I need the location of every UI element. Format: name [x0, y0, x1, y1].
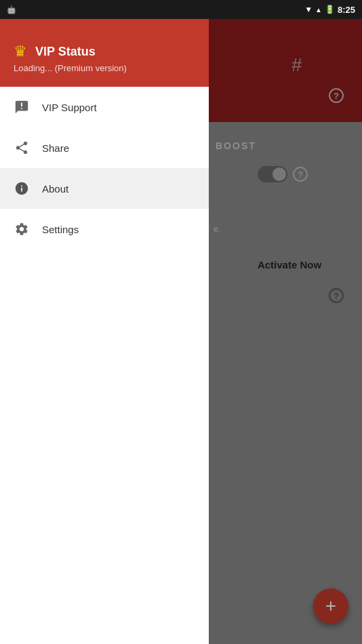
drawer-overlay[interactable] [209, 19, 362, 644]
time-display: 8:25 [338, 5, 355, 15]
drawer-subtitle: Loading... (Premium version) [14, 63, 195, 73]
vip-row: ♛ VIP Status [14, 43, 195, 60]
share-label: Share [42, 142, 69, 154]
menu-item-about[interactable]: About [0, 168, 209, 209]
menu-item-settings[interactable]: Settings [0, 209, 209, 249]
share-icon [14, 140, 30, 156]
signal-icon: ▼ [304, 5, 313, 14]
crown-icon: ♛ [14, 43, 27, 60]
navigation-drawer: ♛ VIP Status Loading... (Premium version… [0, 19, 209, 644]
info-icon [14, 180, 30, 197]
status-bar: 🤖 ▼ ▲ 🔋 8:25 [0, 0, 362, 19]
status-bar-right: ▼ ▲ 🔋 8:25 [304, 5, 355, 15]
menu-items-container: VIP Support Share About [0, 87, 209, 644]
vip-support-label: VIP Support [42, 102, 97, 113]
about-label: About [42, 183, 68, 195]
app-icon: 🤖 [7, 5, 16, 14]
status-bar-left: 🤖 [7, 5, 16, 14]
drawer-title: VIP Status [35, 45, 96, 59]
wifi-icon: ▲ [315, 6, 322, 14]
menu-item-vip-support[interactable]: VIP Support [0, 87, 209, 127]
settings-label: Settings [42, 224, 79, 235]
drawer-header: ♛ VIP Status Loading... (Premium version… [0, 19, 209, 87]
settings-icon [14, 221, 30, 237]
battery-icon: 🔋 [325, 5, 335, 14]
chat-icon [14, 99, 30, 115]
menu-item-share[interactable]: Share [0, 127, 209, 168]
